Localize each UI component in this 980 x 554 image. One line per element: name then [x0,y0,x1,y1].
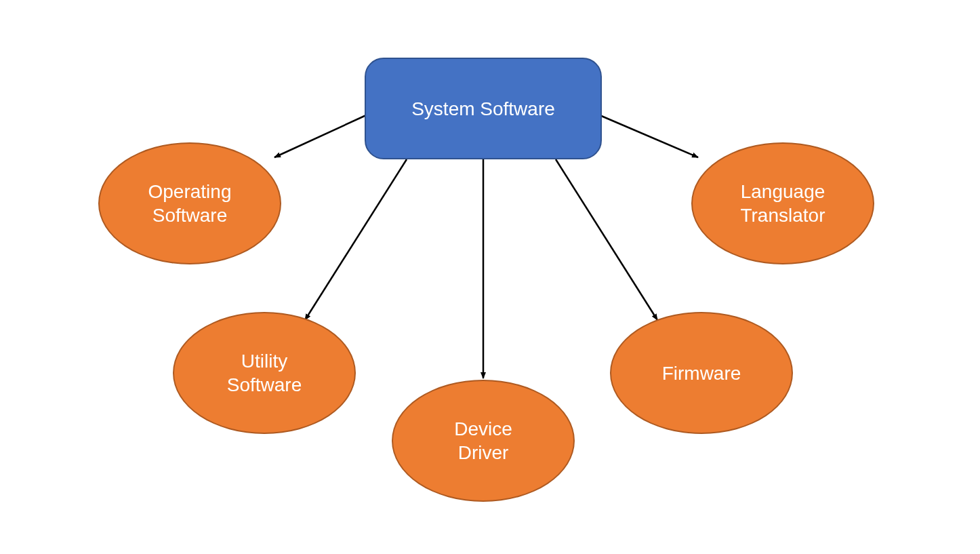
child-node-language: Language Translator [691,142,874,264]
child-node-firmware: Firmware [610,312,793,434]
child-label-utility: Utility Software [227,349,302,397]
child-label-language: Language Translator [740,180,825,227]
root-node-system-software: System Software [365,58,602,159]
arrow-to-language [600,115,698,157]
child-label-device: Device Driver [454,417,512,464]
child-node-device: Device Driver [392,380,575,502]
root-label: System Software [411,97,555,121]
arrow-to-utility [305,159,407,320]
arrow-to-operating [274,115,366,157]
child-node-utility: Utility Software [173,312,356,434]
child-label-operating: Operating Software [148,180,232,227]
child-node-operating: Operating Software [98,142,281,264]
arrow-to-firmware [556,159,657,320]
child-label-firmware: Firmware [662,361,741,385]
